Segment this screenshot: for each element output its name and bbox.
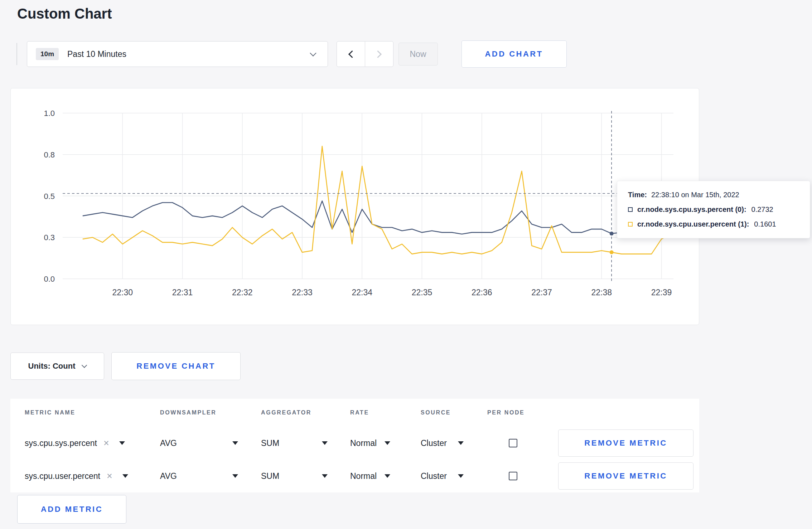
- add-chart-button[interactable]: ADD CHART: [461, 40, 567, 68]
- svg-text:22:32: 22:32: [232, 288, 253, 297]
- rate-select[interactable]: Normal: [350, 471, 390, 481]
- tooltip-series-name: cr.node.sys.cpu.sys.percent (0):: [637, 205, 746, 214]
- svg-text:22:30: 22:30: [112, 288, 133, 297]
- per-node-checkbox[interactable]: [509, 439, 517, 447]
- metrics-table: METRIC NAME DOWNSAMPLER AGGREGATOR RATE …: [10, 399, 699, 492]
- source-value: Cluster: [421, 471, 447, 481]
- metric-name-value: sys.cpu.sys.percent: [25, 438, 97, 448]
- source-value: Cluster: [421, 438, 447, 448]
- dropdown-caret-icon: [232, 474, 238, 478]
- units-dropdown[interactable]: Units: Count: [10, 353, 104, 380]
- series-sys-legend-icon: [628, 207, 633, 212]
- col-source: SOURCE: [421, 409, 487, 416]
- per-node-cell: [487, 439, 558, 447]
- svg-text:22:34: 22:34: [352, 288, 372, 297]
- metrics-table-header: METRIC NAME DOWNSAMPLER AGGREGATOR RATE …: [10, 399, 699, 427]
- source-select[interactable]: Cluster: [421, 438, 464, 448]
- downsampler-value: AVG: [160, 471, 177, 481]
- downsampler-select[interactable]: AVG: [160, 471, 238, 481]
- aggregator-select[interactable]: SUM: [261, 471, 328, 481]
- metric-name-select[interactable]: sys.cpu.user.percent ×: [25, 471, 160, 481]
- prev-time-button[interactable]: [337, 41, 365, 67]
- dropdown-caret-icon[interactable]: [122, 474, 128, 478]
- dropdown-caret-icon: [385, 474, 390, 478]
- col-rate: RATE: [350, 409, 421, 416]
- page-title: Custom Chart: [17, 6, 812, 22]
- svg-text:0.3: 0.3: [44, 233, 55, 242]
- chevron-down-icon: [82, 362, 87, 368]
- chart-card: 0.00.30.50.81.022:3022:3122:3222:3322:34…: [10, 88, 699, 325]
- now-button[interactable]: Now: [398, 43, 438, 65]
- remove-metric-button[interactable]: REMOVE METRIC: [558, 462, 693, 490]
- tooltip-series-value: 0.1601: [754, 220, 776, 228]
- svg-text:22:38: 22:38: [591, 288, 612, 297]
- per-node-cell: [487, 472, 558, 480]
- rate-select[interactable]: Normal: [350, 438, 390, 448]
- svg-text:0.5: 0.5: [44, 192, 55, 201]
- chart-tooltip: Time:22:38:10 on Mar 15th, 2022 cr.node.…: [617, 181, 810, 238]
- actions-cell: REMOVE METRIC: [558, 429, 699, 457]
- time-range-label: Past 10 Minutes: [67, 49, 126, 59]
- downsampler-value: AVG: [160, 438, 177, 448]
- svg-text:22:37: 22:37: [531, 288, 552, 297]
- svg-text:22:36: 22:36: [472, 288, 492, 297]
- svg-text:22:39: 22:39: [651, 288, 672, 297]
- col-metric-name: METRIC NAME: [25, 409, 160, 416]
- tooltip-series-row: cr.node.sys.cpu.user.percent (1): 0.1601: [628, 220, 799, 228]
- time-range-dropdown[interactable]: 10m Past 10 Minutes: [27, 41, 328, 67]
- chart-footer: Units: Count REMOVE CHART: [10, 352, 812, 380]
- dropdown-caret-icon: [385, 441, 390, 445]
- next-time-button[interactable]: [365, 41, 393, 67]
- aggregator-value: SUM: [261, 471, 279, 481]
- actions-cell: REMOVE METRIC: [558, 462, 699, 490]
- rate-value: Normal: [350, 471, 377, 481]
- add-metric-button[interactable]: ADD METRIC: [17, 495, 126, 524]
- col-downsampler: DOWNSAMPLER: [160, 409, 261, 416]
- metric-row: sys.cpu.user.percent × AVG SUM Normal Cl…: [10, 460, 699, 492]
- svg-text:22:31: 22:31: [172, 288, 193, 297]
- tooltip-series-value: 0.2732: [751, 205, 773, 214]
- units-dropdown-label: Units: Count: [28, 361, 76, 371]
- metric-name-value: sys.cpu.user.percent: [25, 471, 100, 481]
- dropdown-caret-icon: [458, 474, 464, 478]
- tooltip-series-row: cr.node.sys.cpu.sys.percent (0): 0.2732: [628, 205, 799, 214]
- per-node-checkbox[interactable]: [509, 472, 517, 480]
- dropdown-caret-icon[interactable]: [119, 441, 125, 445]
- chevron-right-icon: [374, 50, 382, 58]
- col-aggregator: AGGREGATOR: [261, 409, 350, 416]
- downsampler-select[interactable]: AVG: [160, 438, 238, 448]
- metric-name-select[interactable]: sys.cpu.sys.percent ×: [25, 438, 160, 448]
- chart-toolbar: 10m Past 10 Minutes Now ADD CHART: [0, 40, 812, 68]
- svg-text:0.0: 0.0: [44, 275, 55, 283]
- dropdown-caret-icon: [458, 441, 464, 445]
- tooltip-time-row: Time:22:38:10 on Mar 15th, 2022: [628, 191, 799, 199]
- tooltip-time-label: Time:: [628, 191, 647, 199]
- custom-chart-page: Custom Chart 10m Past 10 Minutes Now ADD…: [0, 6, 812, 524]
- col-per-node: PER NODE: [487, 409, 558, 416]
- toolbar-divider: [16, 43, 17, 65]
- chevron-down-icon: [310, 50, 316, 56]
- chevron-left-icon: [348, 50, 356, 58]
- dropdown-caret-icon: [322, 474, 328, 478]
- svg-text:22:33: 22:33: [292, 288, 313, 297]
- svg-text:22:35: 22:35: [412, 288, 432, 297]
- svg-text:0.8: 0.8: [44, 150, 55, 159]
- series-user-legend-icon: [628, 222, 633, 227]
- dropdown-caret-icon: [232, 441, 238, 445]
- aggregator-select[interactable]: SUM: [261, 438, 328, 448]
- metric-row: sys.cpu.sys.percent × AVG SUM Normal Clu…: [10, 427, 699, 460]
- remove-chart-button[interactable]: REMOVE CHART: [111, 352, 241, 380]
- remove-metric-button[interactable]: REMOVE METRIC: [558, 429, 693, 457]
- metrics-line-chart[interactable]: 0.00.30.50.81.022:3022:3122:3222:3322:34…: [11, 88, 699, 324]
- tooltip-series-name: cr.node.sys.cpu.user.percent (1):: [637, 220, 749, 228]
- aggregator-value: SUM: [261, 438, 279, 448]
- svg-text:1.0: 1.0: [44, 109, 55, 118]
- dropdown-caret-icon: [322, 441, 328, 445]
- clear-metric-icon[interactable]: ×: [103, 438, 109, 448]
- clear-metric-icon[interactable]: ×: [107, 471, 112, 481]
- time-nav-group: [337, 41, 393, 67]
- time-range-badge: 10m: [36, 48, 59, 60]
- tooltip-time-value: 22:38:10 on Mar 15th, 2022: [651, 191, 739, 199]
- rate-value: Normal: [350, 438, 377, 448]
- source-select[interactable]: Cluster: [421, 471, 464, 481]
